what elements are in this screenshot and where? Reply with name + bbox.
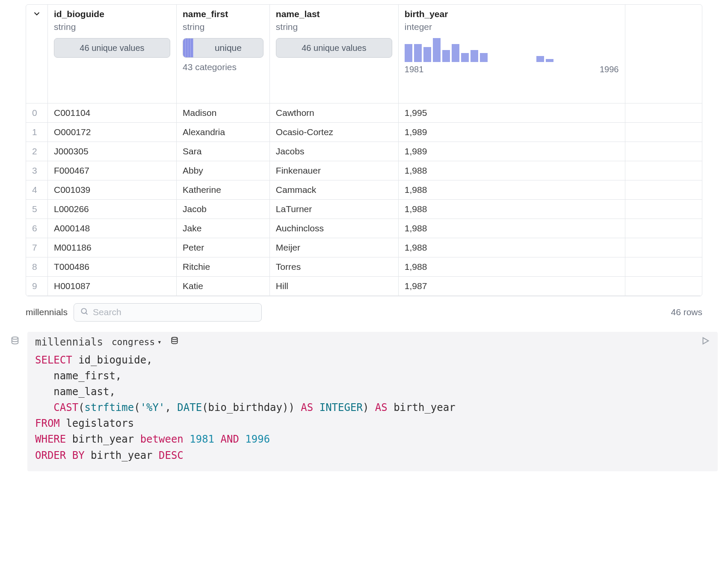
table-row[interactable]: 1O000172AlexandriaOcasio-Cortez1,989 (26, 122, 702, 142)
cell-id_bioguide: T000486 (48, 257, 177, 276)
cell-id_bioguide: M001186 (48, 238, 177, 257)
cell-extra (625, 276, 702, 295)
cell-name_last: Jacobs (269, 142, 398, 161)
cell-name_last: Torres (269, 257, 398, 276)
table-row[interactable]: 9H001087KatieHill1,987 (26, 276, 702, 295)
cell-birth_year: 1,988 (398, 180, 625, 199)
table-row[interactable]: 8T000486RitchieTorres1,988 (26, 257, 702, 276)
column-header-extra (625, 5, 702, 103)
row-index: 7 (26, 238, 48, 257)
row-count: 46 rows (671, 307, 702, 317)
search-input[interactable] (93, 307, 255, 317)
search-icon (80, 307, 89, 318)
histogram-bar (471, 50, 478, 62)
svg-point-0 (81, 308, 86, 313)
hist-axis-min: 1981 (405, 65, 424, 74)
cell-extra (625, 219, 702, 238)
column-name: name_last (276, 9, 392, 19)
row-index: 5 (26, 199, 48, 219)
histogram-bar (461, 53, 469, 62)
table-row[interactable]: 5L000266JacobLaTurner1,988 (26, 199, 702, 219)
cell-birth_year: 1,988 (398, 199, 625, 219)
table-row[interactable]: 6A000148JakeAuchincloss1,988 (26, 219, 702, 238)
column-name: id_bioguide (54, 9, 170, 19)
cell-name_first: Alexandria (176, 122, 269, 142)
cell-birth_year: 1,988 (398, 238, 625, 257)
row-index: 1 (26, 122, 48, 142)
cell-name_first: Sara (176, 142, 269, 161)
search-input-wrapper[interactable] (74, 303, 262, 322)
histogram-bar (405, 44, 412, 62)
column-header-birth_year[interactable]: birth_year integer 1981 1996 (398, 5, 625, 103)
column-summary-text: 46 unique values (80, 43, 144, 53)
cell-id_bioguide: C001104 (48, 103, 177, 122)
histogram-bar (442, 50, 450, 62)
column-header-id_bioguide[interactable]: id_bioguide string 46 unique values (48, 5, 177, 103)
cell-extra (625, 199, 702, 219)
datasource-selector[interactable]: congress ▾ (112, 337, 162, 347)
query-cell: millennials congress ▾ SELECT id_bioguid… (27, 332, 718, 471)
cell-id_bioguide: C001039 (48, 180, 177, 199)
cell-birth_year: 1,989 (398, 122, 625, 142)
cell-name_first: Katie (176, 276, 269, 295)
query-title[interactable]: millennials (35, 336, 103, 348)
cell-name_first: Abby (176, 161, 269, 180)
cell-birth_year: 1,988 (398, 161, 625, 180)
row-index: 9 (26, 276, 48, 295)
column-header-name_last[interactable]: name_last string 46 unique values (269, 5, 398, 103)
sql-editor[interactable]: SELECT id_bioguide, name_first, name_las… (27, 350, 718, 470)
cell-name_last: Ocasio-Cortez (269, 122, 398, 142)
table-row[interactable]: 2J000305SaraJacobs1,989 (26, 142, 702, 161)
column-summary-text: unique (193, 38, 263, 57)
cell-name_first: Madison (176, 103, 269, 122)
result-table: id_bioguide string 46 unique values name… (26, 4, 702, 296)
svg-line-1 (86, 313, 88, 314)
svg-point-2 (12, 337, 18, 339)
database-icon (10, 336, 20, 348)
cell-name_last: Cammack (269, 180, 398, 199)
column-header-name_first[interactable]: name_first string unique 43 categories (176, 5, 269, 103)
histogram-bar (536, 56, 544, 62)
column-type: string (276, 22, 392, 32)
histogram-bar (452, 44, 459, 62)
cell-birth_year: 1,987 (398, 276, 625, 295)
table-row[interactable]: 3F000467AbbyFinkenauer1,988 (26, 161, 702, 180)
datasource-name: congress (112, 337, 155, 347)
column-summary-pill[interactable]: 46 unique values (276, 38, 392, 58)
cell-birth_year: 1,988 (398, 219, 625, 238)
row-index: 4 (26, 180, 48, 199)
row-index: 8 (26, 257, 48, 276)
cell-name_first: Jake (176, 219, 269, 238)
chevron-down-icon (32, 9, 41, 21)
column-histogram[interactable] (405, 38, 619, 62)
cell-extra (625, 122, 702, 142)
run-button[interactable] (701, 336, 710, 348)
cell-birth_year: 1,988 (398, 257, 625, 276)
cell-birth_year: 1,989 (398, 142, 625, 161)
cell-extra (625, 257, 702, 276)
table-row[interactable]: 4C001039KatherineCammack1,988 (26, 180, 702, 199)
column-summary-pill[interactable]: 46 unique values (54, 38, 170, 58)
histogram-bar (423, 47, 431, 62)
cell-id_bioguide: F000467 (48, 161, 177, 180)
table-row[interactable]: 0C001104MadisonCawthorn1,995 (26, 103, 702, 122)
column-name: birth_year (405, 9, 619, 19)
column-type: string (183, 22, 263, 32)
cell-extra (625, 103, 702, 122)
hist-axis-max: 1996 (600, 65, 619, 74)
column-type: string (54, 22, 170, 32)
column-summary-pill[interactable]: unique (183, 38, 263, 58)
collapse-header-toggle[interactable] (26, 5, 48, 103)
cell-id_bioguide: H001087 (48, 276, 177, 295)
cell-id_bioguide: J000305 (48, 142, 177, 161)
table-row[interactable]: 7M001186PeterMeijer1,988 (26, 238, 702, 257)
histogram-bar (433, 38, 441, 62)
caret-down-icon: ▾ (157, 338, 162, 346)
histogram-bar (414, 44, 422, 62)
database-icon[interactable] (170, 337, 179, 347)
cell-extra (625, 238, 702, 257)
column-subnote: 43 categories (183, 62, 263, 72)
cell-name_last: Finkenauer (269, 161, 398, 180)
svg-point-3 (172, 337, 177, 340)
cell-name_last: Cawthorn (269, 103, 398, 122)
